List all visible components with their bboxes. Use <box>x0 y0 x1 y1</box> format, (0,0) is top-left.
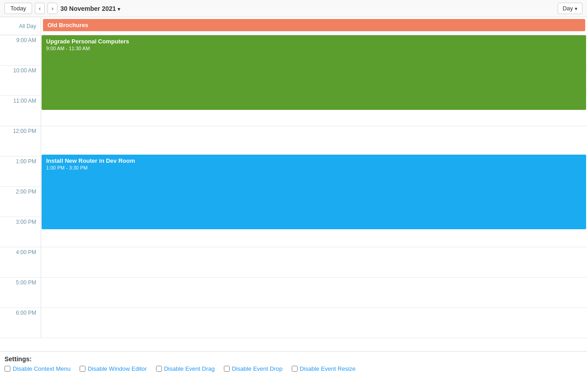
time-row: 12:00 PM <box>0 126 587 156</box>
time-slot[interactable] <box>41 247 587 277</box>
time-slot[interactable] <box>41 278 587 307</box>
all-day-events-area: Old Brochures <box>41 17 587 35</box>
disable-event-resize-checkbox[interactable] <box>292 366 298 372</box>
today-button[interactable]: Today <box>5 3 32 14</box>
disable-window-editor-label[interactable]: Disable Window Editor <box>88 365 147 372</box>
time-label: 10:00 AM <box>0 66 41 95</box>
disable-context-menu-label[interactable]: Disable Context Menu <box>13 365 71 372</box>
event2[interactable]: Install New Router in Dev Room 1:00 PM -… <box>42 155 586 229</box>
all-day-label: All Day <box>0 17 41 35</box>
disable-window-editor-checkbox[interactable] <box>80 366 85 372</box>
time-slot[interactable] <box>41 126 587 156</box>
time-label: 3:00 PM <box>0 217 41 247</box>
disable-event-resize-label[interactable]: Disable Event Resize <box>300 365 356 372</box>
event-title: Upgrade Personal Computers <box>46 38 582 45</box>
disable-event-drop-checkbox[interactable] <box>224 366 230 372</box>
time-label: 5:00 PM <box>0 278 41 307</box>
event-time: 9:00 AM - 11:30 AM <box>46 46 582 51</box>
disable-event-drop-label[interactable]: Disable Event Drop <box>232 365 283 372</box>
setting-item-disable-window-editor[interactable]: Disable Window Editor <box>80 365 147 372</box>
all-day-row: All Day Old Brochures <box>0 17 587 35</box>
time-label: 4:00 PM <box>0 247 41 277</box>
time-row: 4:00 PM <box>0 247 587 278</box>
disable-event-drag-checkbox[interactable] <box>156 366 162 372</box>
settings-options: Disable Context Menu Disable Window Edit… <box>5 365 582 372</box>
time-label: 9:00 AM <box>0 35 41 65</box>
date-chevron-icon <box>118 5 120 12</box>
time-grid: 9:00 AM 10:00 AM 11:00 AM 12:00 PM 1:00 … <box>0 35 587 338</box>
time-label: 6:00 PM <box>0 308 41 338</box>
time-row: 5:00 PM <box>0 278 587 308</box>
calendar-body: All Day Old Brochures 9:00 AM 10:00 AM 1… <box>0 17 587 351</box>
time-label: 2:00 PM <box>0 187 41 217</box>
time-label: 11:00 AM <box>0 96 41 126</box>
time-label: 1:00 PM <box>0 156 41 186</box>
header-left: Today ‹ › 30 November 2021 <box>5 3 555 14</box>
date-label: 30 November 2021 <box>60 5 116 12</box>
calendar-header: Today ‹ › 30 November 2021 Day <box>0 0 587 17</box>
view-label: Day <box>563 5 573 12</box>
event-time: 1:00 PM - 3:30 PM <box>46 165 582 170</box>
setting-item-disable-context-menu[interactable]: Disable Context Menu <box>5 365 71 372</box>
date-display[interactable]: 30 November 2021 <box>60 5 120 12</box>
disable-context-menu-checkbox[interactable] <box>5 366 10 372</box>
all-day-event[interactable]: Old Brochures <box>43 19 585 31</box>
event1[interactable]: Upgrade Personal Computers 9:00 AM - 11:… <box>42 35 586 110</box>
view-selector[interactable]: Day <box>558 3 582 14</box>
time-row: 6:00 PM <box>0 308 587 338</box>
setting-item-disable-event-resize[interactable]: Disable Event Resize <box>292 365 356 372</box>
prev-button[interactable]: ‹ <box>35 3 45 14</box>
settings-label: Settings: <box>5 355 582 363</box>
setting-item-disable-event-drop[interactable]: Disable Event Drop <box>224 365 283 372</box>
event-title: Install New Router in Dev Room <box>46 157 582 164</box>
time-slot[interactable] <box>41 308 587 338</box>
next-button[interactable]: › <box>47 3 57 14</box>
time-label: 12:00 PM <box>0 126 41 156</box>
disable-event-drag-label[interactable]: Disable Event Drag <box>164 365 215 372</box>
setting-item-disable-event-drag[interactable]: Disable Event Drag <box>156 365 215 372</box>
settings-bar: Settings: Disable Context Menu Disable W… <box>0 351 587 376</box>
view-chevron-icon <box>575 5 578 12</box>
